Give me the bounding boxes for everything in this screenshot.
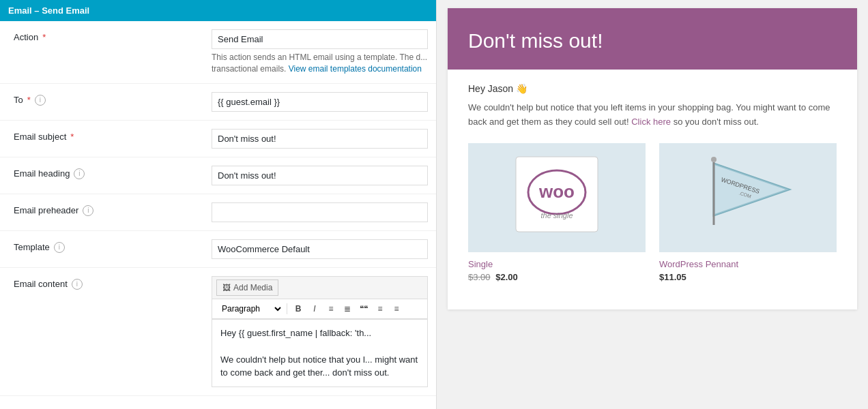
to-input[interactable]: [212, 92, 428, 112]
wp-product-svg: WORDPRESS .COM: [659, 143, 837, 252]
email-preheader-label-col: Email preheader i: [0, 202, 212, 219]
email-greeting: Hey Jason 👋: [468, 83, 837, 94]
email-subject-row: Email subject *: [0, 121, 436, 157]
product-new-price-1: $2.00: [495, 272, 518, 282]
trail-text: so you don't miss out.: [674, 117, 759, 127]
email-heading-input[interactable]: [212, 166, 428, 185]
email-content-field-col: 🖼 Add Media ParagraphHeading 1Heading 2H…: [212, 276, 436, 387]
email-preview-body: Hey Jason 👋 We couldn't help but notice …: [448, 70, 857, 309]
email-preheader-input[interactable]: [212, 202, 428, 222]
email-preview-header: Don't miss out!: [448, 8, 857, 70]
products-grid: woo the single Single $3.00 $2.00: [468, 143, 837, 282]
to-field-col: [212, 92, 436, 112]
left-panel: Email – Send Email Action * This action …: [0, 0, 437, 409]
email-content-row: Email content i 🖼 Add Media ParagraphHea…: [0, 268, 436, 396]
format-sep-1: [287, 303, 287, 314]
product-name-2: WordPress Pennant: [659, 259, 837, 269]
editor-content-area[interactable]: Hey {{ guest.first_name | fallback: 'th.…: [212, 319, 428, 387]
to-label-col: To * i: [0, 92, 212, 108]
add-media-label: Add Media: [233, 283, 272, 292]
email-preview: Don't miss out! Hey Jason 👋 We couldn't …: [448, 8, 857, 309]
email-preheader-row: Email preheader i: [0, 194, 436, 231]
italic-button[interactable]: I: [307, 301, 322, 316]
ordered-list-button[interactable]: ≣: [340, 301, 355, 316]
bold-button[interactable]: B: [291, 301, 306, 316]
template-info-icon[interactable]: i: [54, 242, 65, 253]
email-subject-label-col: Email subject *: [0, 129, 212, 145]
email-preheader-info-icon[interactable]: i: [83, 205, 93, 216]
action-row: Action * This action sends an HTML email…: [0, 21, 436, 84]
add-media-icon: 🖼: [222, 283, 231, 292]
template-input[interactable]: [212, 239, 428, 259]
email-heading-field-col: [212, 166, 436, 185]
strikethrough-button[interactable]: ≡: [389, 301, 404, 316]
email-heading-label-col: Email heading i: [0, 166, 212, 182]
svg-text:woo: woo: [538, 181, 575, 202]
align-center-button[interactable]: ≡: [373, 301, 388, 316]
email-templates-link[interactable]: View email templates documentation: [289, 64, 422, 74]
product-item-2: WORDPRESS .COM WordPress Pennant $11.0: [659, 143, 837, 282]
product-image-1: woo the single: [468, 143, 646, 252]
template-field-col: [212, 239, 436, 259]
action-help-text: This action sends an HTML email using a …: [212, 52, 428, 75]
greeting-emoji: 👋: [516, 83, 527, 94]
to-row: To * i: [0, 84, 436, 121]
product-price-value-2: $11.05: [659, 272, 686, 282]
editor-add-media-bar: 🖼 Add Media: [212, 276, 428, 299]
editor-line-1: Hey {{ guest.first_name | fallback: 'th.…: [220, 327, 419, 340]
to-info-icon[interactable]: i: [35, 95, 46, 106]
form-body: Action * This action sends an HTML email…: [0, 21, 436, 396]
template-row: Template i: [0, 231, 436, 268]
email-heading-label: Email heading: [14, 168, 70, 179]
to-label: To: [14, 95, 23, 105]
svg-point-11: [711, 157, 717, 162]
email-subject-label: Email subject: [14, 132, 66, 142]
email-subject-input[interactable]: [212, 129, 428, 149]
email-preheader-field-col: [212, 202, 436, 222]
product-name-1: Single: [468, 259, 646, 269]
template-label-col: Template i: [0, 239, 212, 256]
svg-text:the single: the single: [540, 211, 573, 219]
action-label: Action: [14, 32, 38, 42]
email-header-title: Don't miss out!: [468, 29, 837, 53]
email-preheader-label: Email preheader: [14, 205, 78, 215]
template-label: Template: [14, 242, 50, 252]
email-content-info-icon[interactable]: i: [72, 279, 83, 290]
paragraph-select[interactable]: ParagraphHeading 1Heading 2Heading 3Pref…: [216, 302, 283, 316]
right-panel: Don't miss out! Hey Jason 👋 We couldn't …: [437, 0, 868, 409]
blockquote-button[interactable]: ❝❝: [356, 301, 371, 316]
product-image-2: WORDPRESS .COM: [659, 143, 837, 252]
add-media-button[interactable]: 🖼 Add Media: [216, 279, 278, 296]
product-link-2[interactable]: WordPress Pennant: [659, 259, 738, 269]
product-item-1: woo the single Single $3.00 $2.00: [468, 143, 646, 282]
action-required: *: [42, 32, 46, 42]
editor-line-2: We couldn't help but notice that you l..…: [220, 353, 419, 380]
greeting-text: Hey Jason: [468, 83, 513, 94]
panel-title: Email – Send Email: [8, 5, 89, 16]
unordered-list-button[interactable]: ≡: [323, 301, 338, 316]
woo-product-svg: woo the single: [468, 143, 646, 252]
email-subject-field-col: [212, 129, 436, 149]
click-here-link[interactable]: Click here: [631, 117, 671, 127]
email-content-label-col: Email content i: [0, 276, 212, 292]
product-price-2: $11.05: [659, 272, 837, 282]
email-content-label: Email content: [14, 279, 68, 289]
product-price-1: $3.00 $2.00: [468, 272, 646, 282]
product-old-price-1: $3.00: [468, 272, 491, 282]
email-heading-info-icon[interactable]: i: [74, 168, 85, 179]
action-input[interactable]: [212, 29, 428, 49]
action-field-col: This action sends an HTML email using a …: [212, 29, 436, 75]
to-required: *: [27, 95, 31, 105]
product-link-1[interactable]: Single: [468, 259, 493, 269]
panel-title-bar: Email – Send Email: [0, 0, 436, 21]
email-heading-row: Email heading i: [0, 157, 436, 194]
action-label-col: Action *: [0, 29, 212, 45]
email-subject-required: *: [70, 132, 74, 142]
format-bar: ParagraphHeading 1Heading 2Heading 3Pref…: [212, 299, 428, 319]
email-body-text: We couldn't help but notice that you lef…: [468, 101, 837, 130]
